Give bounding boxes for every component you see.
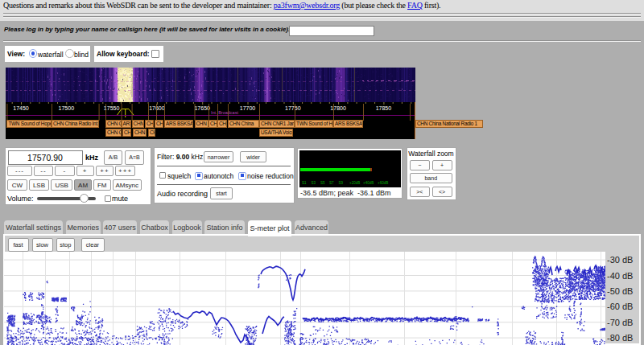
svg-text:17850: 17850 <box>376 105 392 111</box>
svg-text:Int. Broadcast: Int. Broadcast <box>211 110 238 115</box>
svg-text:17750: 17750 <box>285 105 301 111</box>
svg-text:17500: 17500 <box>59 105 75 111</box>
svg-text:17450: 17450 <box>13 105 29 111</box>
svg-text:17650: 17650 <box>194 105 210 111</box>
svg-text:17700: 17700 <box>240 105 256 111</box>
svg-text:17800: 17800 <box>330 105 346 111</box>
